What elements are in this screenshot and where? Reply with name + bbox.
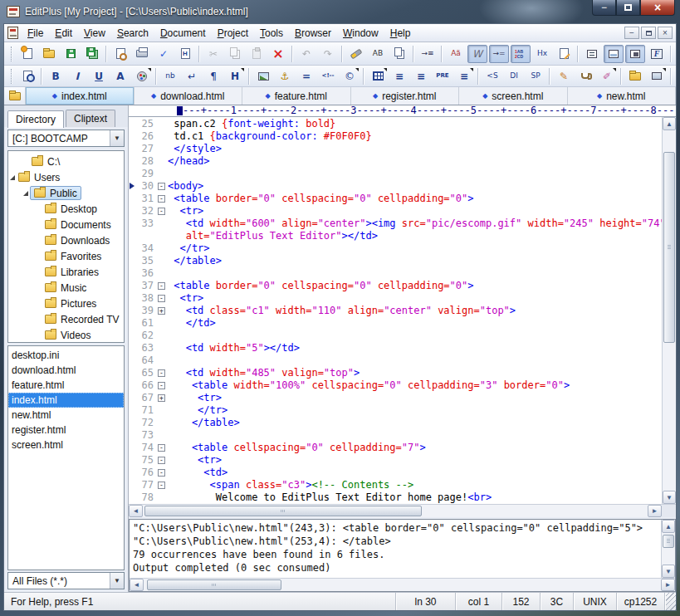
strikethrough-button[interactable]: <S — [482, 67, 502, 86]
toolbar-grip[interactable] — [11, 46, 12, 61]
file-item-downloadhtml[interactable]: download.html — [8, 363, 124, 378]
output-vertical-scrollbar[interactable]: ▲ ▼ — [661, 520, 675, 578]
menu-file[interactable]: File — [22, 26, 49, 41]
fold-collapse-icon[interactable]: - — [158, 282, 165, 290]
mdi-restore-button[interactable] — [641, 27, 656, 39]
editor-vscroll-thumb[interactable] — [663, 152, 675, 343]
heading-button[interactable]: H — [225, 67, 245, 86]
align-right-button[interactable]: ≡ — [411, 67, 431, 86]
fold-toggle[interactable]: - — [157, 379, 168, 392]
file-item-screenhtml[interactable]: screen.html — [8, 438, 124, 452]
tree-item-music[interactable]: Music — [8, 280, 124, 296]
output-line[interactable]: Output completed (0 sec consumed) — [133, 561, 658, 574]
code-line-78[interactable]: 78 Welcome to EditPlus Text Editor home … — [129, 491, 662, 504]
minimize-button[interactable]: − — [592, 0, 616, 16]
browser-toolbar-button[interactable] — [625, 45, 645, 63]
tree-item-favorites[interactable]: Favorites — [8, 248, 124, 264]
tree-item-libraries[interactable]: Libraries — [8, 264, 124, 280]
tree-item-recordedtv[interactable]: Recorded TV — [8, 311, 124, 327]
cut-button[interactable]: ✂ — [203, 45, 223, 63]
fold-collapse-icon[interactable]: - — [158, 457, 165, 464]
insert-table-button[interactable] — [368, 67, 388, 86]
code-line-62[interactable]: 62 — [129, 330, 662, 342]
tab-download.html[interactable]: ◆download.html — [135, 87, 243, 105]
scroll-right-icon[interactable]: ► — [648, 505, 662, 517]
output-line[interactable]: 79 occurrences have been found in 6 file… — [133, 548, 658, 561]
tab-feature.html[interactable]: ◆feature.html — [242, 87, 351, 105]
scroll-right-icon[interactable]: ► — [661, 579, 675, 591]
file-item-registerhtml[interactable]: register.html — [8, 423, 124, 438]
code-line-64[interactable]: 64 — [129, 354, 662, 367]
display-colors-button[interactable] — [675, 67, 680, 86]
code-line-wrap[interactable]: alt="EditPlus Text Editor"></td> — [129, 230, 662, 242]
fold-collapse-icon[interactable]: - — [158, 208, 165, 215]
fold-expand-icon[interactable]: + — [158, 307, 165, 315]
code-line-37[interactable]: 37- <table border="0" cellspacing="0" ce… — [129, 280, 662, 292]
comment-button[interactable]: <!-- — [318, 67, 338, 86]
line-numbers-button[interactable]: 1AB2CD — [511, 45, 531, 63]
underline-button[interactable]: U — [89, 67, 109, 86]
tree-expanded-icon[interactable] — [23, 191, 28, 196]
code-line-63[interactable]: 63 <td width="5"></td> — [129, 342, 662, 354]
text-color-button[interactable] — [132, 67, 152, 86]
sidebar-tab-directory[interactable]: Directory — [7, 110, 64, 128]
output-hscroll-thumb[interactable] — [147, 579, 281, 590]
tree-item-c[interactable]: C:\ — [8, 154, 124, 169]
file-item-desktopini[interactable]: desktop.ini — [8, 348, 124, 363]
menu-browser[interactable]: Browser — [289, 26, 337, 41]
toggle-case-button[interactable]: Aã — [446, 45, 466, 63]
find-button[interactable] — [346, 45, 366, 63]
redo-button[interactable]: ↷ — [318, 45, 338, 63]
cliptext-window-button[interactable] — [604, 45, 624, 63]
code-line-33[interactable]: 33 <td width="600" align="center"><img s… — [129, 218, 662, 230]
preformatted-button[interactable]: PRE — [433, 67, 453, 86]
menu-edit[interactable]: Edit — [49, 26, 78, 41]
fold-collapse-icon[interactable]: - — [158, 444, 165, 452]
anchor-button[interactable]: ⚓ — [275, 67, 295, 86]
output-text[interactable]: "C:\Users\Public\new.html"(243,3): <tabl… — [130, 520, 661, 578]
tree-expanded-icon[interactable] — [10, 175, 15, 180]
tab-screen.html[interactable]: ◆screen.html — [459, 87, 568, 105]
delete-button[interactable]: × — [268, 45, 288, 63]
span-tag-button[interactable]: SP — [526, 67, 545, 86]
editor-hscroll-thumb[interactable] — [144, 506, 422, 516]
code-line-30[interactable]: 30-<body> — [129, 180, 662, 193]
code-line-73[interactable]: 73 — [129, 429, 662, 442]
tree-item-pictures[interactable]: Pictures — [8, 296, 124, 311]
menu-help[interactable]: Help — [384, 26, 417, 41]
file-item-newhtml[interactable]: new.html — [8, 408, 124, 423]
fold-toggle[interactable]: - — [157, 479, 168, 491]
code-line-72[interactable]: 72 </table> — [129, 417, 662, 429]
output-horizontal-scrollbar[interactable]: ◄ ► — [130, 578, 675, 591]
chevron-down-icon[interactable]: ▼ — [110, 573, 124, 589]
replace-button[interactable]: AB — [368, 45, 388, 63]
tree-item-desktop[interactable]: Desktop — [8, 201, 124, 217]
auto-indent-button[interactable]: →= — [489, 45, 509, 63]
fold-toggle[interactable]: - — [157, 280, 168, 292]
view-applet-button[interactable] — [575, 67, 595, 86]
undo-button[interactable]: ↶ — [296, 45, 316, 63]
code-line-65[interactable]: 65- <td width="485" valign="top"> — [129, 367, 662, 379]
file-item-indexhtml[interactable]: index.html — [8, 393, 124, 408]
tree-item-documents[interactable]: Documents — [8, 217, 124, 232]
spell-check-button[interactable]: ✓ — [154, 45, 174, 63]
fold-toggle[interactable]: - — [157, 292, 168, 305]
toolbar-grip-2[interactable] — [11, 69, 12, 84]
drive-selector[interactable]: [C:] BOOTCAMP ▼ — [7, 130, 125, 147]
scroll-down-icon[interactable]: ▼ — [663, 491, 676, 504]
fold-toggle[interactable]: - — [157, 193, 168, 205]
menu-view[interactable]: View — [78, 26, 111, 41]
tree-item-users[interactable]: Users — [8, 169, 124, 185]
fold-collapse-icon[interactable]: - — [158, 382, 165, 389]
menu-window[interactable]: Window — [337, 26, 384, 41]
code-line-36[interactable]: 36 — [129, 267, 662, 280]
fold-toggle[interactable]: - — [157, 367, 168, 379]
paragraph-button[interactable]: ¶ — [203, 67, 223, 86]
code-line-27[interactable]: 27 </style> — [129, 143, 662, 155]
menu-tools[interactable]: Tools — [254, 26, 289, 41]
chevron-down-icon[interactable]: ▼ — [110, 130, 124, 146]
file-item-featurehtml[interactable]: feature.html — [8, 378, 124, 393]
code-line-26[interactable]: 26 td.c1 {background-color: #F0F0F0} — [129, 130, 662, 143]
hex-viewer-button[interactable]: Hx — [532, 45, 552, 63]
code-line-71[interactable]: 71 </tr> — [129, 404, 662, 417]
